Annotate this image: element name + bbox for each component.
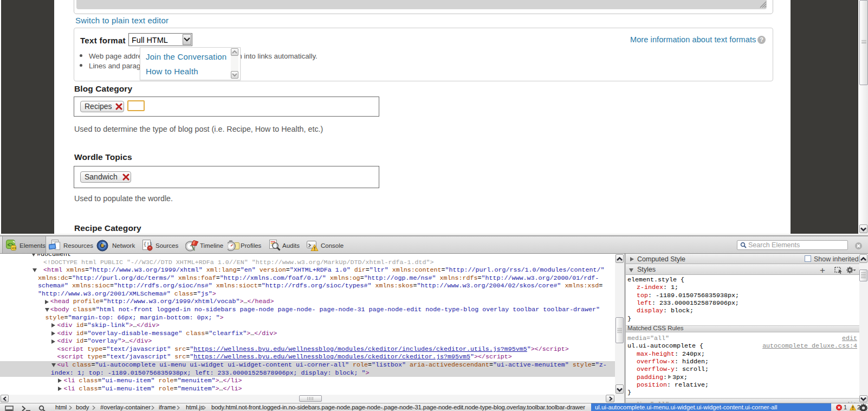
svg-text:<>: <> bbox=[12, 246, 16, 250]
